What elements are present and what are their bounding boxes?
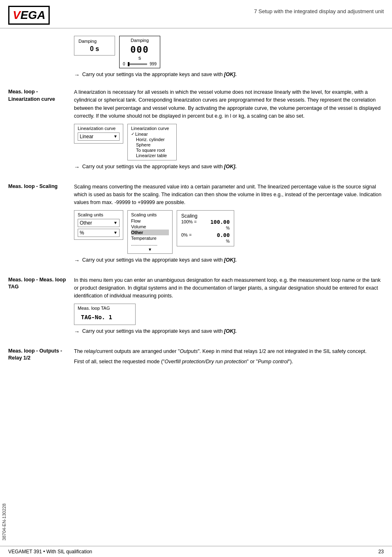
arrow-icon-2: →	[74, 163, 80, 172]
scaling-percent-dropdown[interactable]: % ▼	[78, 229, 120, 237]
scaling-sidebar-label: Meas. loop - Scaling	[8, 183, 68, 190]
outputs-relay-text1: The relay/current outputs are arranged u…	[74, 348, 384, 355]
footer-left: VEGAMET 391 • With SIL qualification	[8, 549, 92, 555]
scaling-widget1: Scaling units Other ▼ % ▼	[74, 210, 123, 240]
meas-loop-tag-body: In this menu item you can enter an unamb…	[74, 276, 384, 340]
lin-item-sphere[interactable]: Sphere	[131, 142, 173, 147]
outputs-mode1-italic: Overfill protection/Dry run protection	[165, 359, 247, 364]
arrow-icon-3: →	[74, 256, 80, 265]
scale-item-temp[interactable]: Temperature	[131, 235, 169, 241]
scaling-widget2: Scaling units Flow Volume Other Temperat…	[127, 210, 173, 254]
damping-instruction-text: Carry out your settings via the appropri…	[82, 71, 237, 79]
damping-max: 999	[150, 62, 157, 66]
lin-item-linear[interactable]: ✓ Linear	[131, 132, 173, 137]
logo-ega: EGA	[21, 9, 46, 22]
arrow-icon: →	[74, 71, 80, 79]
scaling-instruction: → Carry out your settings via the approp…	[74, 256, 384, 265]
dropdown-arrow-icon2: ▼	[113, 220, 118, 225]
scaling-text: Scaling means converting the measured va…	[74, 183, 384, 207]
scale-dropdown-arrow: ▼	[131, 247, 169, 252]
scaling-widget2-title: Scaling units	[131, 212, 169, 217]
scaling-sidebar: Meas. loop - Scaling	[8, 183, 74, 269]
scaling-row1-label: 100% =	[181, 219, 197, 224]
damping-ok: [OK].	[224, 72, 237, 77]
page-footer: VEGAMET 391 • With SIL qualification 23	[0, 546, 392, 557]
linearization-widget2: Linearization curve ✓ Linear Horiz. cyli…	[127, 124, 177, 160]
scale-item-other[interactable]: Other	[131, 230, 169, 235]
scaling-body: Scaling means converting the measured va…	[74, 183, 384, 269]
linearization-body: A linearization is necessary for all ves…	[74, 88, 384, 176]
scaling-ok: [OK].	[224, 257, 237, 263]
scaling-row1-unit: %	[181, 226, 230, 230]
damping-min: 0	[123, 62, 125, 66]
meas-loop-tag-label: Meas. loop - Meas. loop TAG	[8, 276, 68, 291]
damping-value: 0 s	[78, 45, 111, 53]
meas-loop-tag-text: In this menu item you can enter an unamb…	[74, 276, 384, 300]
header-title: 7 Setup with the integrated display and …	[254, 6, 384, 14]
page-header: V EGA 7 Setup with the integrated displa…	[0, 0, 392, 28]
lin-selected-value: Linear	[80, 134, 93, 139]
scaling-row1-value: 100.00	[210, 219, 230, 225]
meas-loop-tag-sidebar: Meas. loop - Meas. loop TAG	[8, 276, 74, 340]
lin-item-table[interactable]: Linearizer table	[131, 153, 173, 158]
scaling-row1: 100% = 100.00	[181, 219, 230, 225]
main-content: Damping 0 s Damping 000 s 0 999	[0, 28, 392, 380]
arrow-icon-4: →	[74, 327, 80, 336]
damping-widget-simple: Damping 0 s	[74, 36, 115, 56]
lin-item-sqrt[interactable]: To square root	[131, 148, 173, 153]
damping-unit: s	[123, 55, 157, 61]
scale-item-flow[interactable]: Flow	[131, 218, 169, 224]
lin-item-horiz[interactable]: Horiz. cylinder	[131, 137, 173, 142]
tag-widget-row: Meas. loop TAG TAG-No. 1	[74, 304, 384, 325]
lin-item-linear-label: Linear	[135, 132, 148, 137]
damping-display-value: 000	[123, 44, 157, 55]
lin-widget1-title: Linearization curve	[78, 126, 120, 131]
linearization-text: A linearization is necessary for all ves…	[74, 88, 384, 121]
linearization-sidebar-label: Meas. loop - Linearization curve	[8, 88, 68, 103]
scale-item-volume[interactable]: Volume	[131, 224, 169, 230]
scaling-other-value: Other	[80, 220, 92, 226]
footer-right: 23	[378, 549, 384, 555]
linearization-widget1: Linearization curve Linear ▼	[74, 124, 123, 144]
damping-section: Damping 0 s Damping 000 s 0 999	[74, 32, 384, 84]
outputs-relay-section: Meas. loop - Outputs - Relay 1/2 The rel…	[8, 348, 384, 369]
lin-widget2-title: Linearization curve	[131, 126, 173, 131]
damping-slider-row: 0 999	[123, 62, 157, 66]
lin-instruction: → Carry out your settings via the approp…	[74, 163, 384, 172]
linearization-section: Meas. loop - Linearization curve A linea…	[8, 88, 384, 176]
scaling-row2-unit: %	[181, 239, 230, 244]
scale-item-dots: .....................	[131, 241, 169, 247]
scaling-section: Meas. loop - Scaling Scaling means conve…	[8, 183, 384, 269]
damping-widget2-title: Damping	[123, 38, 157, 43]
logo-area: V EGA	[8, 6, 50, 25]
tag-instruction: → Carry out your settings via the approp…	[74, 327, 384, 336]
damping-widget-display: Damping 000 s 0 999	[119, 36, 160, 68]
lin-instruction-text: Carry out your settings via the appropri…	[82, 163, 237, 171]
damping-instruction: → Carry out your settings via the approp…	[74, 71, 384, 79]
outputs-relay-label: Meas. loop - Outputs - Relay 1/2	[8, 348, 68, 362]
dropdown-arrow-icon: ▼	[113, 134, 118, 139]
logo-box: V EGA	[8, 6, 50, 25]
outputs-relay-body: The relay/current outputs are arranged u…	[74, 348, 384, 369]
outputs-relay-sidebar: Meas. loop - Outputs - Relay 1/2	[8, 348, 74, 369]
scaling-widget3: Scaling 100% = 100.00 % 0% = 0.00 %	[177, 210, 234, 246]
outputs-italic: Outputs	[180, 348, 198, 354]
tag-widget-title: Meas. loop TAG	[78, 306, 129, 311]
meas-loop-tag-section: Meas. loop - Meas. loop TAG In this menu…	[8, 276, 384, 340]
dropdown-arrow-icon3: ▼	[113, 230, 118, 235]
scaling-row2: 0% = 0.00	[181, 232, 230, 238]
scaling-percent-value: %	[80, 230, 84, 236]
tag-value: TAG-No. 1	[81, 314, 129, 320]
lin-ok: [OK].	[224, 164, 237, 169]
tag-instruction-text: Carry out your settings via the appropri…	[82, 327, 237, 335]
damping-widget1-title: Damping	[78, 39, 111, 44]
scaling-widget1-title: Scaling units	[78, 212, 120, 217]
tag-ok: [OK].	[224, 328, 237, 334]
scaling-widget3-title: Scaling	[181, 213, 230, 219]
scaling-other-dropdown[interactable]: Other ▼	[78, 219, 120, 227]
tag-widget: Meas. loop TAG TAG-No. 1	[74, 304, 136, 325]
outputs-mode2-italic: Pump control	[258, 359, 288, 364]
logo-v: V	[13, 9, 21, 22]
damping-widget-row: Damping 0 s Damping 000 s 0 999	[74, 36, 384, 68]
lin-dropdown-selected[interactable]: Linear ▼	[78, 132, 120, 141]
